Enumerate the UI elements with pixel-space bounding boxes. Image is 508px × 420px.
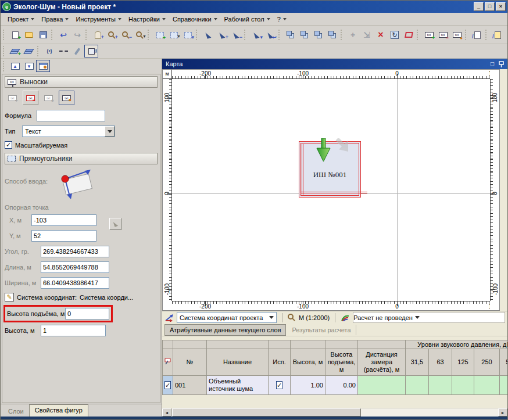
table-row[interactable]: ✓ 001 Объемный источник шума ✓ 1.00 0.00: [163, 376, 508, 395]
height-input[interactable]: [41, 325, 106, 336]
tab-shape-properties[interactable]: Свойства фигур: [29, 404, 88, 417]
length-input[interactable]: [41, 261, 109, 273]
cell-lift[interactable]: 0.00: [325, 376, 358, 395]
zoom-out-button[interactable]: −: [119, 28, 133, 41]
scalable-checkbox[interactable]: ✓: [5, 141, 12, 149]
toolbar-grip[interactable]: [85, 30, 88, 40]
toolbar-grip[interactable]: [3, 46, 6, 56]
callouts-group-header[interactable]: txt Выноски: [5, 76, 158, 88]
select-add-button[interactable]: +: [215, 28, 229, 41]
undo-button[interactable]: ↩: [56, 28, 70, 41]
complex-source-button[interactable]: [70, 45, 84, 58]
tab-attribute-data[interactable]: Атрибутивные данные текущего слоя: [164, 324, 286, 336]
angle-input[interactable]: [41, 246, 109, 257]
float-panel-icon[interactable]: □: [491, 61, 494, 67]
select-back-button[interactable]: ↩: [263, 28, 277, 41]
y-input[interactable]: [31, 230, 96, 242]
menu-tools[interactable]: Инструменты: [72, 14, 125, 24]
cell-height[interactable]: 1.00: [291, 376, 325, 395]
select-region-menu-button[interactable]: ▼: [167, 28, 181, 41]
menu-help[interactable]: ?: [274, 14, 290, 24]
coord-system-select[interactable]: Система координат проекта: [177, 312, 277, 323]
edit-document-button[interactable]: /: [470, 28, 484, 41]
copy-shape-button[interactable]: [284, 28, 298, 41]
used-checkbox[interactable]: ✓: [276, 381, 282, 389]
col-63[interactable]: 63: [429, 349, 452, 376]
col-lift-height[interactable]: Высота подъема, м: [325, 349, 358, 376]
select-region-pointer-button[interactable]: ▾: [181, 28, 195, 41]
toolbar-grip[interactable]: [37, 46, 40, 56]
x-input[interactable]: [31, 214, 96, 226]
edit-nodes-button[interactable]: [402, 28, 416, 41]
callout-settings-button[interactable]: txt●: [59, 91, 74, 105]
coord-system-row[interactable]: ✎ Система координат: Система коорди...: [5, 293, 158, 301]
pin-icon[interactable]: [499, 61, 504, 67]
open-project-button[interactable]: [22, 28, 36, 41]
menu-settings[interactable]: Настройки: [125, 14, 169, 24]
rotate-button[interactable]: ↻: [388, 28, 402, 41]
edit-note-button[interactable]: /: [491, 28, 505, 41]
cell-level-250[interactable]: [474, 376, 500, 395]
scrollbar-thumb[interactable]: [172, 408, 361, 417]
toolbar-grip[interactable]: [51, 30, 54, 40]
cell-level-500[interactable]: [500, 376, 508, 395]
menu-desktop[interactable]: Рабочий стол: [221, 14, 274, 24]
menu-edit[interactable]: Правка: [38, 14, 72, 24]
map-view[interactable]: м -200 -100 0 100 -200 -100 0: [162, 69, 500, 311]
col-height[interactable]: Высота, м: [291, 349, 325, 376]
toolbar-grip[interactable]: [465, 30, 468, 40]
cell-distance[interactable]: [358, 376, 406, 395]
col-num[interactable]: №: [173, 349, 207, 376]
menu-references[interactable]: Справочники: [169, 14, 221, 24]
pan-button[interactable]: +: [91, 28, 105, 41]
toolbar-grip[interactable]: [3, 30, 6, 40]
tab-layers[interactable]: Слои: [3, 406, 29, 417]
cell-used[interactable]: ✓: [269, 376, 291, 395]
toolbar-grip[interactable]: [417, 30, 420, 40]
zoom-page-button[interactable]: ▼: [133, 28, 146, 41]
cell-name[interactable]: Объемный источник шума: [207, 376, 269, 395]
toolbar-grip[interactable]: [3, 61, 6, 71]
point-source-button[interactable]: (•): [42, 45, 56, 58]
col-125[interactable]: 125: [452, 349, 474, 376]
calc-status-select[interactable]: Расчет не проведен: [353, 312, 505, 323]
tab-calc-results[interactable]: Результаты расчета: [287, 325, 356, 335]
callout-add-button[interactable]: txt+: [5, 91, 20, 105]
transform-button[interactable]: ⇲: [360, 28, 374, 41]
col-name[interactable]: Название: [207, 349, 269, 376]
cell-level-63[interactable]: [429, 376, 452, 395]
callout-delete-button[interactable]: txt−: [23, 91, 38, 105]
toolbar-grip[interactable]: [196, 30, 199, 40]
select-button[interactable]: [201, 28, 215, 41]
menu-project[interactable]: Проект: [4, 14, 38, 24]
callout-remove-button[interactable]: txt−: [436, 28, 450, 41]
toolbar-grip[interactable]: [244, 30, 247, 40]
formula-input[interactable]: [37, 110, 105, 121]
save-project-button[interactable]: [36, 28, 50, 41]
noise-source-object[interactable]: ИШ №001: [299, 141, 361, 198]
scroll-right-icon[interactable]: ►: [498, 408, 507, 417]
properties-panel-button[interactable]: [36, 60, 50, 72]
pick-point-button[interactable]: [109, 218, 121, 230]
callout-settings-button[interactable]: txt●: [450, 28, 464, 41]
chevron-down-icon[interactable]: [105, 126, 115, 137]
toolbar-grip[interactable]: [278, 30, 281, 40]
col-250[interactable]: 250: [474, 349, 500, 376]
new-project-button[interactable]: +: [8, 28, 22, 41]
zoom-in-button[interactable]: +: [105, 28, 119, 41]
col-500[interactable]: 500: [500, 349, 508, 376]
cell-level-31-5[interactable]: [406, 376, 429, 395]
col-used[interactable]: Исп.: [269, 349, 291, 376]
delete-shape-button[interactable]: ×: [374, 28, 388, 41]
add-layer-button[interactable]: +: [8, 45, 22, 58]
select-by-doc-button[interactable]: ▾: [249, 28, 263, 41]
volume-source-button[interactable]: )): [84, 45, 98, 58]
col-31-5[interactable]: 31,5: [406, 349, 429, 376]
row-pin-header[interactable]: [163, 349, 173, 376]
toolbar-grip[interactable]: [341, 30, 344, 40]
duplicate-shape-button[interactable]: [312, 28, 325, 41]
rectangles-group-header[interactable]: Прямоугольники: [5, 153, 158, 164]
width-input[interactable]: [41, 277, 109, 289]
dock-down-button[interactable]: ▼: [22, 60, 36, 72]
row-select-cell[interactable]: ✓: [163, 376, 173, 395]
